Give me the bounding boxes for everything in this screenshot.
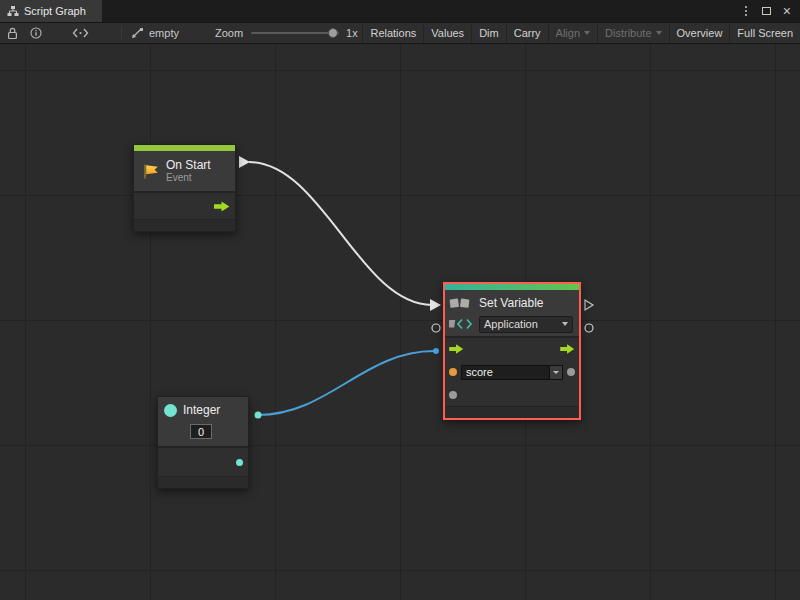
flow-out-unconnected-triangle[interactable] — [585, 300, 593, 310]
toolbar-buttons: Relations Values Dim Carry Align Distrib… — [362, 23, 800, 43]
node-header[interactable]: On Start Event — [134, 151, 235, 191]
toolbar-button-relations[interactable]: Relations — [362, 23, 423, 43]
window-tab-label: Script Graph — [24, 5, 86, 17]
close-button[interactable]: × — [783, 4, 791, 18]
flag-icon — [141, 163, 160, 180]
node-on-start[interactable]: On Start Event — [133, 144, 236, 232]
node-header[interactable]: Integer 0 — [158, 397, 248, 446]
zoom-slider-knob[interactable] — [328, 28, 338, 38]
toolbar-button-carry[interactable]: Carry — [506, 23, 548, 43]
variable-name-value: score — [462, 367, 549, 378]
variables-stack-icon — [449, 297, 479, 310]
output-port-unconnected-circle[interactable] — [585, 324, 593, 332]
integer-value-field[interactable]: 0 — [190, 424, 212, 439]
integer-output-port[interactable] — [236, 459, 243, 466]
name-port-unconnected-circle[interactable] — [432, 324, 440, 332]
maximize-button[interactable] — [762, 7, 771, 15]
toolbar-button-align-label: Align — [556, 27, 580, 39]
wire-start-arrow-icon — [239, 156, 250, 168]
toolbar-button-distribute-label: Distribute — [605, 27, 651, 39]
script-graph-icon — [7, 5, 19, 17]
node-footer — [445, 406, 579, 418]
variable-scope-value: Application — [484, 318, 538, 330]
wire-onstart-to-setvariable[interactable] — [249, 162, 432, 305]
zoom-value: 1x — [346, 27, 358, 39]
titlebar: Script Graph × — [0, 0, 800, 22]
selection-status-label: empty — [149, 27, 179, 39]
variable-name-dropdown-button[interactable] — [549, 366, 562, 379]
toolbar-button-values[interactable]: Values — [423, 23, 471, 43]
flow-out-port[interactable] — [560, 344, 575, 354]
chevron-down-icon — [656, 31, 662, 35]
node-footer — [134, 219, 235, 231]
output-value-port[interactable] — [567, 368, 575, 376]
graph-toolbar: empty Zoom 1x Relations Values Dim Carry… — [0, 22, 800, 44]
flow-in-port[interactable] — [449, 344, 464, 354]
toolbar-button-distribute[interactable]: Distribute — [597, 23, 668, 43]
integer-value: 0 — [198, 426, 204, 438]
chevron-down-icon — [553, 371, 559, 374]
zoom-label: Zoom — [215, 27, 243, 39]
node-integer[interactable]: Integer 0 — [157, 396, 249, 489]
zoom-slider[interactable] — [251, 32, 339, 34]
code-brackets-icon — [449, 318, 479, 330]
variable-scope-dropdown[interactable]: Application — [479, 316, 573, 333]
toolbar-separator — [121, 26, 122, 40]
flow-out-port[interactable] — [214, 201, 230, 212]
cursor-arrow-icon — [131, 27, 144, 39]
toolbar-button-align[interactable]: Align — [548, 23, 597, 43]
node-title: Set Variable — [479, 296, 573, 310]
value-input-port[interactable] — [449, 391, 457, 399]
node-header[interactable]: Set Variable Application — [445, 290, 579, 336]
lock-button[interactable] — [7, 27, 18, 40]
graph-canvas[interactable]: On Start Event — [0, 44, 800, 600]
toolbar-button-dim[interactable]: Dim — [471, 23, 506, 43]
node-footer — [158, 476, 248, 488]
wire-integer-to-setvariable[interactable] — [258, 351, 434, 415]
node-title: On Start — [166, 158, 211, 172]
code-preview-button[interactable] — [72, 27, 89, 39]
window-tab-script-graph[interactable]: Script Graph — [0, 0, 102, 22]
chevron-down-icon — [562, 322, 568, 326]
node-subtitle: Event — [166, 172, 211, 184]
info-button[interactable] — [30, 27, 42, 39]
window-menu-button[interactable] — [742, 6, 750, 16]
script-graph-window: Script Graph × — [0, 0, 800, 600]
window-controls: × — [742, 0, 800, 22]
wires-layer — [0, 44, 800, 600]
toolbar-button-overview[interactable]: Overview — [669, 23, 730, 43]
variable-name-field[interactable]: score — [461, 365, 563, 380]
node-title: Integer — [183, 403, 220, 417]
integer-type-icon — [164, 404, 177, 417]
toolbar-button-fullscreen[interactable]: Full Screen — [729, 23, 800, 43]
name-input-port[interactable] — [449, 368, 457, 376]
node-set-variable[interactable]: Set Variable Application — [443, 282, 581, 420]
chevron-down-icon — [584, 31, 590, 35]
